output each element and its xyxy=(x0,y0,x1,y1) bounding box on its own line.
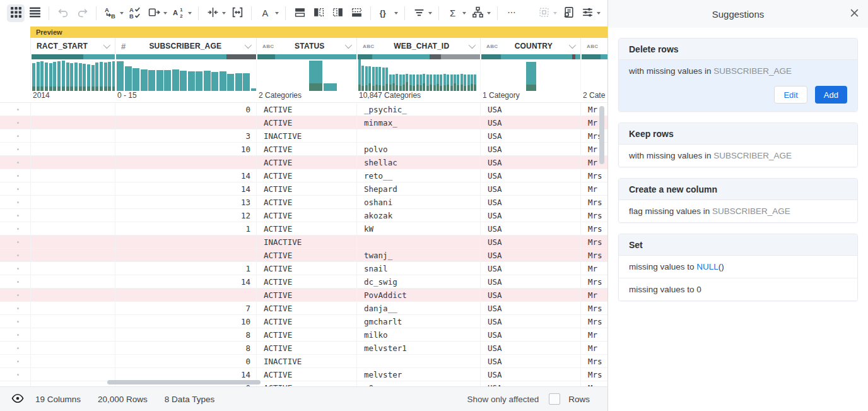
cell-web_chat_id[interactable]: danja__ xyxy=(356,302,480,314)
quality-bar-country[interactable] xyxy=(480,54,580,59)
cell-title[interactable]: Mr xyxy=(580,182,607,195)
cell-contract_start[interactable] xyxy=(30,355,115,367)
row-marker[interactable] xyxy=(0,328,30,341)
row-marker[interactable] xyxy=(0,209,30,222)
row-marker[interactable] xyxy=(0,222,30,235)
cell-web_chat_id[interactable]: minmax_ xyxy=(356,116,480,129)
table-row[interactable]: 3INACTIVEUSAMrs xyxy=(0,129,607,143)
cell-title[interactable]: Mrs xyxy=(580,196,607,208)
cell-contract_start[interactable] xyxy=(30,381,115,386)
row-marker[interactable] xyxy=(0,302,30,314)
row-marker[interactable] xyxy=(0,342,30,354)
column-header-title[interactable]: ABC xyxy=(580,38,607,54)
cell-contract_start[interactable] xyxy=(30,222,115,235)
cell-contract_start[interactable] xyxy=(30,116,115,129)
table-row[interactable]: 8ACTIVEmelvster1USAMr xyxy=(0,342,607,355)
row-marker[interactable] xyxy=(0,169,30,182)
cell-country[interactable]: USA xyxy=(480,156,580,169)
cell-status[interactable]: ACTIVE xyxy=(256,328,356,341)
split-columns-button[interactable] xyxy=(204,4,221,22)
cell-web_chat_id[interactable]: reto__ xyxy=(356,169,480,182)
cell-subscriber_age[interactable]: 8 xyxy=(115,328,256,341)
quality-bar-status[interactable] xyxy=(256,54,356,59)
row-marker[interactable] xyxy=(0,249,30,261)
cell-country[interactable]: USA xyxy=(480,328,580,341)
cell-contract_start[interactable] xyxy=(30,342,115,354)
sort-columns-button[interactable]: A12 xyxy=(170,4,187,22)
cell-web_chat_id[interactable]: akozak xyxy=(356,209,480,222)
cell-contract_start[interactable] xyxy=(30,196,115,208)
table-row[interactable]: 14ACTIVEdc_swigUSAMrs xyxy=(0,275,607,289)
table-row[interactable]: 14ACTIVEreto__USAMrs xyxy=(0,169,607,182)
cell-country[interactable]: USA xyxy=(480,289,580,301)
cell-status[interactable]: ACTIVE xyxy=(256,196,356,208)
table-row[interactable]: INACTIVEUSAMrs xyxy=(0,235,607,249)
cell-country[interactable]: USA xyxy=(480,355,580,367)
cell-status[interactable]: ACTIVE xyxy=(256,262,356,275)
cell-status[interactable]: ACTIVE xyxy=(256,315,356,328)
close-panel-button[interactable] xyxy=(848,8,860,20)
cell-web_chat_id[interactable]: r0ver xyxy=(356,381,480,386)
cell-subscriber_age[interactable]: 1 xyxy=(115,262,256,275)
cell-title[interactable]: Mrs xyxy=(580,222,607,235)
aggregate-button[interactable]: Σ xyxy=(444,4,462,22)
row-marker[interactable] xyxy=(0,235,30,248)
cell-subscriber_age[interactable]: 14 xyxy=(115,182,256,195)
cell-country[interactable]: USA xyxy=(480,182,580,195)
row-marker[interactable] xyxy=(0,275,30,288)
cell-title[interactable]: Mr xyxy=(580,328,607,341)
cell-status[interactable]: ACTIVE xyxy=(256,169,356,182)
union-rows-button[interactable] xyxy=(348,4,365,22)
row-marker[interactable] xyxy=(0,156,30,169)
row-marker[interactable] xyxy=(0,129,30,142)
cell-subscriber_age[interactable]: 8 xyxy=(115,342,256,354)
cell-country[interactable]: USA xyxy=(480,275,580,288)
chevron-down-icon[interactable] xyxy=(569,42,576,49)
cell-subscriber_age[interactable]: 14 xyxy=(115,169,256,182)
cell-country[interactable]: USA xyxy=(480,209,580,222)
select-cells-button[interactable] xyxy=(535,4,553,22)
quality-bar-subscriber_age[interactable] xyxy=(115,54,256,59)
suggestion-item[interactable]: flag missing values in SUBSCRIBER_AGE xyxy=(619,200,857,222)
cell-status[interactable]: INACTIVE xyxy=(256,129,356,142)
suggestion-item[interactable]: with missing values in SUBSCRIBER_AGE xyxy=(619,60,857,82)
cell-contract_start[interactable] xyxy=(30,275,115,288)
cell-subscriber_age[interactable] xyxy=(115,249,256,261)
quality-bar-contract_start[interactable] xyxy=(30,54,115,59)
cell-subscriber_age[interactable]: 0 xyxy=(115,103,256,116)
cell-subscriber_age[interactable] xyxy=(115,289,256,301)
cell-country[interactable]: USA xyxy=(480,315,580,328)
cell-subscriber_age[interactable]: 13 xyxy=(115,196,256,208)
cell-status[interactable]: ACTIVE xyxy=(256,182,356,195)
cell-contract_start[interactable] xyxy=(30,328,115,341)
table-row[interactable]: 13ACTIVEoshaniUSAMrs xyxy=(0,196,607,209)
redo-button[interactable] xyxy=(73,4,91,22)
cell-country[interactable]: USA xyxy=(480,262,580,275)
cell-country[interactable]: USA xyxy=(480,116,580,129)
table-row[interactable]: 1ACTIVEkWUSAMrs xyxy=(0,222,607,235)
row-marker[interactable] xyxy=(0,143,30,155)
cell-country[interactable]: USA xyxy=(480,103,580,116)
view-settings-button[interactable] xyxy=(578,4,596,22)
cell-web_chat_id[interactable] xyxy=(356,355,480,367)
undo-button[interactable] xyxy=(54,4,72,22)
row-marker[interactable] xyxy=(0,315,30,328)
chevron-down-icon[interactable] xyxy=(245,42,252,49)
table-row[interactable]: ACTIVEshellacUSAMr xyxy=(0,156,607,169)
cell-country[interactable]: USA xyxy=(480,302,580,314)
edit-button[interactable]: Edit xyxy=(774,86,807,104)
cell-web_chat_id[interactable]: twanj_ xyxy=(356,249,480,261)
cell-status[interactable]: ACTIVE xyxy=(256,249,356,261)
chevron-down-icon[interactable] xyxy=(469,42,476,49)
suggestion-item[interactable]: missing values to NULL() xyxy=(619,256,857,278)
cell-country[interactable]: USA xyxy=(480,169,580,182)
quality-bar-title[interactable] xyxy=(580,54,607,59)
cell-web_chat_id[interactable]: milko xyxy=(356,328,480,341)
cell-status[interactable]: ACTIVE xyxy=(256,381,356,386)
cell-subscriber_age[interactable]: 10 xyxy=(115,143,256,155)
cell-status[interactable]: ACTIVE xyxy=(256,289,356,301)
grid-view-button[interactable] xyxy=(7,4,25,22)
row-marker[interactable] xyxy=(0,368,30,381)
filter-button[interactable] xyxy=(410,4,428,22)
null-function-link[interactable]: NULL xyxy=(696,262,718,271)
